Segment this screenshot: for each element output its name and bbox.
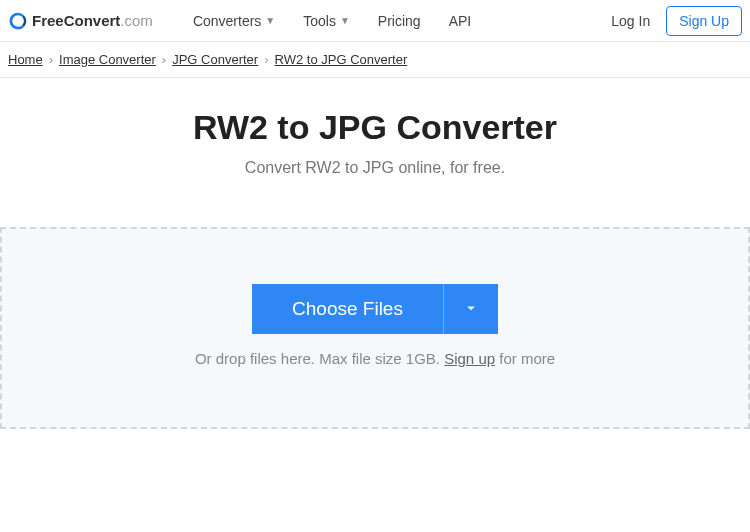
signup-button[interactable]: Sign Up (666, 6, 742, 36)
nav-label: Pricing (378, 13, 421, 29)
breadcrumb-separator: › (264, 52, 268, 67)
nav-label: API (449, 13, 472, 29)
hero: RW2 to JPG Converter Convert RW2 to JPG … (0, 78, 750, 227)
choose-files-button[interactable]: Choose Files (252, 284, 443, 334)
dropzone-hint: Or drop files here. Max file size 1GB. S… (2, 350, 748, 367)
logo[interactable]: FreeConvert.com (8, 11, 153, 31)
logo-icon (8, 11, 28, 31)
breadcrumb-separator: › (162, 52, 166, 67)
hint-prefix: Or drop files here. Max file size 1GB. (195, 350, 444, 367)
file-dropzone[interactable]: Choose Files Or drop files here. Max fil… (0, 227, 750, 429)
auth: Log In Sign Up (611, 6, 742, 36)
login-link[interactable]: Log In (611, 13, 650, 29)
header: FreeConvert.com Converters ▼ Tools ▼ Pri… (0, 0, 750, 42)
breadcrumb-separator: › (49, 52, 53, 67)
nav-pricing[interactable]: Pricing (378, 13, 421, 29)
signup-link-inline[interactable]: Sign up (444, 350, 495, 367)
logo-text: FreeConvert.com (32, 12, 153, 29)
choose-files-group: Choose Files (252, 284, 498, 334)
nav-converters[interactable]: Converters ▼ (193, 13, 275, 29)
chevron-down-icon: ▼ (265, 15, 275, 26)
nav-tools[interactable]: Tools ▼ (303, 13, 350, 29)
hint-suffix: for more (495, 350, 555, 367)
nav: Converters ▼ Tools ▼ Pricing API (193, 13, 611, 29)
chevron-down-icon (462, 299, 480, 320)
breadcrumb: Home › Image Converter › JPG Converter ›… (0, 42, 750, 78)
nav-label: Tools (303, 13, 336, 29)
page-subtitle: Convert RW2 to JPG online, for free. (0, 159, 750, 177)
breadcrumb-image-converter[interactable]: Image Converter (59, 52, 156, 67)
chevron-down-icon: ▼ (340, 15, 350, 26)
breadcrumb-jpg-converter[interactable]: JPG Converter (172, 52, 258, 67)
choose-files-dropdown[interactable] (443, 284, 498, 334)
breadcrumb-home[interactable]: Home (8, 52, 43, 67)
breadcrumb-current[interactable]: RW2 to JPG Converter (275, 52, 408, 67)
nav-api[interactable]: API (449, 13, 472, 29)
page-title: RW2 to JPG Converter (0, 108, 750, 147)
nav-label: Converters (193, 13, 261, 29)
